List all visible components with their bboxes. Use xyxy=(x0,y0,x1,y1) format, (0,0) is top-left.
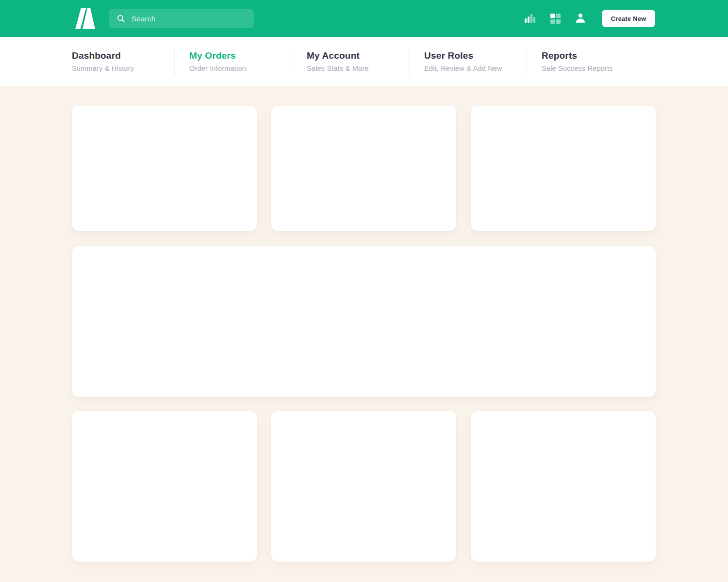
create-new-button[interactable]: Create New xyxy=(602,10,655,27)
tab-subtitle: Sales Stats & More xyxy=(307,65,409,72)
tab-title: My Account xyxy=(307,50,409,61)
main-content xyxy=(0,86,728,562)
grid-icon[interactable] xyxy=(548,12,562,25)
tab-my-account[interactable]: My Account Sales Stats & More xyxy=(307,48,410,76)
brand-logo-icon xyxy=(72,7,95,30)
content-card-wide xyxy=(72,246,656,397)
tab-title: My Orders xyxy=(189,50,292,61)
bar-chart-icon[interactable] xyxy=(523,12,537,25)
tab-user-roles[interactable]: User Roles Edit, Review & Add New xyxy=(424,48,527,76)
card-row-top xyxy=(72,106,656,231)
app-header: Create New xyxy=(0,0,728,37)
content-card xyxy=(72,411,257,562)
content-card xyxy=(271,106,456,231)
header-actions: Create New xyxy=(512,10,655,27)
search-bar xyxy=(109,9,254,28)
tab-dashboard[interactable]: Dashboard Summary & History xyxy=(72,48,175,76)
content-card xyxy=(471,106,656,231)
tab-subtitle: Edit, Review & Add New xyxy=(424,65,527,72)
tab-reports[interactable]: Reports Sale Success Reports xyxy=(542,48,645,76)
tab-subtitle: Order Information xyxy=(189,65,292,72)
tab-title: Dashboard xyxy=(72,50,174,61)
tab-subtitle: Summary & History xyxy=(72,65,174,72)
content-card xyxy=(471,411,656,562)
search-icon xyxy=(117,15,125,23)
search-input[interactable] xyxy=(132,15,246,23)
nav-tabs: Dashboard Summary & History My Orders Or… xyxy=(0,37,728,86)
user-icon[interactable] xyxy=(574,12,587,25)
tab-my-orders[interactable]: My Orders Order Information xyxy=(189,48,292,76)
content-card xyxy=(271,411,456,562)
content-card xyxy=(72,106,257,231)
tab-subtitle: Sale Success Reports xyxy=(542,65,645,72)
tab-title: User Roles xyxy=(424,50,527,61)
card-row-bottom xyxy=(72,411,656,562)
tab-title: Reports xyxy=(542,50,645,61)
